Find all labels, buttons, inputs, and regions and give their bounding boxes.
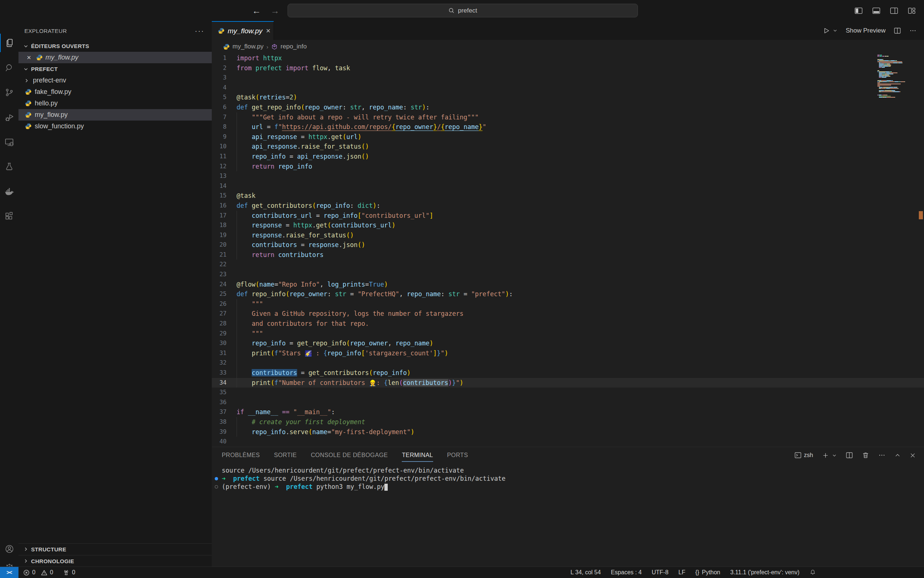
panel-tab-ports[interactable]: PORTS <box>447 447 468 463</box>
remote-indicator[interactable]: >< <box>0 567 18 578</box>
breadcrumb[interactable]: my_flow.py › repo_info <box>212 40 924 53</box>
sidebar-item-testing[interactable] <box>0 157 18 176</box>
code-line-30[interactable]: 30 repo_info = get_repo_info(repo_owner,… <box>212 338 924 348</box>
ports-status[interactable]: 0 <box>63 569 75 576</box>
code-line-32[interactable]: 32 <box>212 358 924 368</box>
code-line-10[interactable]: 10 api_response.raise_for_status() <box>212 142 924 152</box>
code-line-37[interactable]: 37if __name__ == "__main__": <box>212 407 924 417</box>
code-line-4[interactable]: 4 <box>212 83 924 93</box>
breadcrumb-symbol[interactable]: repo_info <box>280 43 307 50</box>
code-line-5[interactable]: 5@task(retries=2) <box>212 93 924 102</box>
language-status[interactable]: {} Python <box>695 569 720 576</box>
code-line-28[interactable]: 28 and contributors for that repo. <box>212 319 924 329</box>
split-terminal-icon[interactable] <box>846 451 853 459</box>
sidebar-item-explorer[interactable] <box>0 34 18 52</box>
toggle-sidebar-icon[interactable] <box>854 7 863 15</box>
cursor-position[interactable]: L 34, col 54 <box>571 569 601 576</box>
code-line-22[interactable]: 22 <box>212 260 924 270</box>
toggle-secondary-sidebar-icon[interactable] <box>890 7 898 15</box>
eol-status[interactable]: LF <box>679 569 686 576</box>
tree-item-fake-flow-py[interactable]: fake_flow.py <box>18 86 212 97</box>
code-line-1[interactable]: 1import httpx <box>212 53 924 63</box>
command-center-search[interactable]: prefect <box>288 4 638 17</box>
problems-status[interactable]: 0 0 <box>23 569 53 576</box>
code-line-12[interactable]: 12 return repo_info <box>212 162 924 172</box>
code-line-3[interactable]: 3 <box>212 73 924 83</box>
tab-my-flow[interactable]: my_flow.py ✕ <box>212 21 274 40</box>
code-line-14[interactable]: 14 <box>212 181 924 191</box>
code-editor[interactable]: 1import httpx2from prefect import flow, … <box>212 53 924 447</box>
panel-tab-probl-mes[interactable]: PROBLÈMES <box>222 447 260 463</box>
account-button[interactable] <box>0 539 18 558</box>
code-line-2[interactable]: 2from prefect import flow, task <box>212 63 924 73</box>
tab-close-icon[interactable]: ✕ <box>266 28 270 34</box>
maximize-panel-icon[interactable] <box>895 452 901 459</box>
panel-tab-terminal[interactable]: TERMINAL <box>402 447 433 463</box>
code-line-34[interactable]: 34 print(f"Number of contributors 👷: {le… <box>212 378 924 388</box>
sidebar-item-docker[interactable] <box>0 182 18 201</box>
panel-tab-console-de-d-bogage[interactable]: CONSOLE DE DÉBOGAGE <box>311 447 388 463</box>
code-line-26[interactable]: 26 """ <box>212 299 924 309</box>
project-folder-header[interactable]: PREFECT <box>18 63 212 75</box>
code-line-6[interactable]: 6def get_repo_info(repo_owner: str, repo… <box>212 102 924 112</box>
tree-item-my-flow-py[interactable]: my_flow.py <box>18 109 212 120</box>
new-terminal-button[interactable] <box>822 452 837 459</box>
close-icon[interactable]: ✕ <box>27 54 33 61</box>
kill-terminal-icon[interactable] <box>862 451 869 459</box>
code-line-7[interactable]: 7 """Get info about a repo - will retry … <box>212 112 924 122</box>
show-preview-button[interactable]: Show Preview <box>846 27 885 34</box>
code-line-16[interactable]: 16def get_contributors(repo_info: dict): <box>212 201 924 211</box>
code-line-25[interactable]: 25def repo_info(repo_owner: str = "Prefe… <box>212 289 924 299</box>
structure-section-header[interactable]: STRUCTURE <box>18 543 212 555</box>
notifications-bell-icon[interactable] <box>809 569 816 576</box>
code-line-27[interactable]: 27 Given a GitHub repository, logs the n… <box>212 309 924 319</box>
code-line-20[interactable]: 20 contributors = response.json() <box>212 240 924 250</box>
tree-item-prefect-env[interactable]: prefect-env <box>18 75 212 86</box>
editor-more-icon[interactable] <box>909 27 917 34</box>
toggle-panel-icon[interactable] <box>872 7 880 15</box>
code-line-11[interactable]: 11 repo_info = api_response.json() <box>212 152 924 162</box>
code-line-31[interactable]: 31 print(f"Stars 🌠 : {repo_info['stargaz… <box>212 348 924 358</box>
panel-more-icon[interactable] <box>878 451 885 459</box>
code-line-38[interactable]: 38 # create your first deployment <box>212 417 924 427</box>
terminal-output[interactable]: source /Users/henricourdent/git/prefect/… <box>212 463 924 491</box>
run-python-button[interactable] <box>823 27 838 34</box>
open-editors-header[interactable]: ÉDITEURS OUVERTS <box>18 40 212 52</box>
close-panel-icon[interactable] <box>909 452 916 459</box>
code-line-19[interactable]: 19 response.raise_for_status() <box>212 231 924 240</box>
sidebar-item-extensions[interactable] <box>0 207 18 226</box>
nav-back-icon[interactable]: ← <box>252 6 261 16</box>
nav-forward-icon[interactable]: → <box>270 6 280 16</box>
code-line-17[interactable]: 17 contributors_url = repo_info["contrib… <box>212 211 924 221</box>
sidebar-item-run-debug[interactable] <box>0 108 18 127</box>
python-interpreter-status[interactable]: 3.11.1 ('prefect-env': venv) <box>730 569 799 576</box>
code-line-9[interactable]: 9 api_response = httpx.get(url) <box>212 132 924 142</box>
code-line-23[interactable]: 23 <box>212 270 924 279</box>
sidebar-more-icon[interactable]: ··· <box>195 27 204 35</box>
timeline-section-header[interactable]: CHRONOLOGIE <box>18 555 212 567</box>
panel-tab-sortie[interactable]: SORTIE <box>274 447 297 463</box>
code-line-24[interactable]: 24@flow(name="Repo Info", log_prints=Tru… <box>212 279 924 289</box>
code-line-18[interactable]: 18 response = httpx.get(contributors_url… <box>212 221 924 231</box>
terminal-shell-selector[interactable]: zsh <box>794 451 813 459</box>
open-editor-item[interactable]: ✕my_flow.py <box>18 52 212 63</box>
code-line-35[interactable]: 35 <box>212 388 924 398</box>
split-editor-icon[interactable] <box>894 27 901 34</box>
minimap[interactable] <box>877 55 907 99</box>
code-line-15[interactable]: 15@task <box>212 191 924 201</box>
breadcrumb-file[interactable]: my_flow.py <box>233 43 264 50</box>
sidebar-item-search[interactable] <box>0 58 18 77</box>
encoding-status[interactable]: UTF-8 <box>652 569 668 576</box>
code-line-8[interactable]: 8 url = f"https://api.github.com/repos/{… <box>212 122 924 132</box>
code-line-13[interactable]: 13 <box>212 171 924 181</box>
indentation-status[interactable]: Espaces : 4 <box>611 569 642 576</box>
customize-layout-icon[interactable] <box>908 7 916 15</box>
code-line-36[interactable]: 36 <box>212 398 924 408</box>
code-line-40[interactable]: 40 <box>212 437 924 447</box>
tree-item-slow-function-py[interactable]: slow_function.py <box>18 120 212 132</box>
sidebar-item-remote-explorer[interactable] <box>0 133 18 151</box>
code-line-39[interactable]: 39 repo_info.serve(name="my-first-deploy… <box>212 427 924 437</box>
code-line-21[interactable]: 21 return contributors <box>212 250 924 260</box>
code-line-29[interactable]: 29 """ <box>212 329 924 339</box>
tree-item-hello-py[interactable]: hello.py <box>18 97 212 109</box>
